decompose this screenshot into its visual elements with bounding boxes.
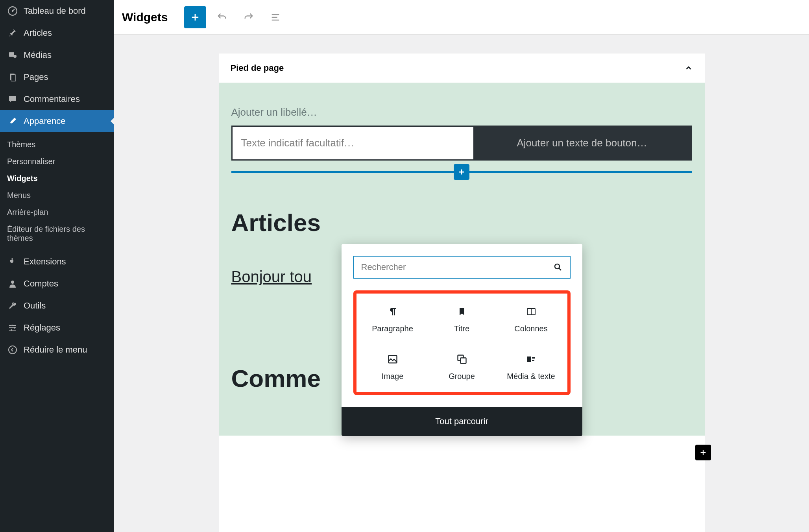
block-label: Colonnes: [514, 324, 548, 333]
sidebar-item-label: Tableau de bord: [24, 6, 86, 16]
search-button-text[interactable]: Ajouter un texte de bouton…: [473, 127, 691, 159]
sidebar-item-label: Médias: [24, 50, 52, 60]
svg-point-3: [13, 55, 17, 58]
inline-inserter-button[interactable]: [454, 164, 469, 180]
columns-icon: [524, 305, 538, 319]
media-icon: [7, 50, 18, 61]
pin-icon: [7, 28, 18, 39]
inserter-search[interactable]: [353, 256, 571, 279]
block-columns[interactable]: Colonnes: [498, 301, 564, 336]
appearance-submenu: Thèmes Personnaliser Widgets Menus Arriè…: [0, 132, 114, 251]
submenu-menus[interactable]: Menus: [0, 187, 114, 204]
block-media-text[interactable]: Média & texte: [498, 349, 564, 384]
plug-icon: [7, 256, 18, 267]
block-group[interactable]: Groupe: [429, 349, 495, 384]
sliders-icon: [7, 322, 18, 333]
svg-rect-2: [9, 52, 14, 57]
submenu-background[interactable]: Arrière-plan: [0, 204, 114, 221]
block-label: Image: [382, 372, 404, 381]
sidebar-collapse[interactable]: Réduire le menu: [0, 339, 114, 361]
sidebar-item-label: Réglages: [24, 323, 60, 333]
sidebar-item-label: Outils: [24, 301, 46, 311]
undo-button[interactable]: [211, 6, 233, 28]
sidebar-item-media[interactable]: Médias: [0, 44, 114, 66]
sidebar-item-label: Réduire le menu: [24, 345, 87, 355]
pages-icon: [7, 72, 18, 83]
panel-header[interactable]: Pied de page: [219, 54, 705, 83]
block-label: Groupe: [449, 372, 475, 381]
redo-button[interactable]: [238, 6, 260, 28]
dashboard-icon: [7, 6, 18, 17]
sidebar-item-label: Articles: [24, 28, 52, 38]
group-icon: [455, 352, 469, 366]
search-icon: [553, 262, 563, 272]
block-insertion-line: [231, 171, 692, 173]
comment-icon: [7, 94, 18, 105]
add-block-button[interactable]: [184, 6, 206, 28]
svg-point-11: [555, 264, 560, 269]
sidebar-item-comments[interactable]: Commentaires: [0, 88, 114, 110]
sidebar-item-plugins[interactable]: Extensions: [0, 251, 114, 273]
sidebar-item-label: Pages: [24, 72, 48, 82]
svg-point-10: [9, 346, 17, 354]
sidebar-item-label: Commentaires: [24, 94, 80, 104]
list-view-button[interactable]: [264, 6, 286, 28]
bookmark-icon: [455, 305, 469, 319]
submenu-themes[interactable]: Thèmes: [0, 136, 114, 153]
floating-add-button[interactable]: [695, 445, 711, 460]
sidebar-item-users[interactable]: Comptes: [0, 273, 114, 295]
brush-icon: [7, 116, 18, 127]
sidebar-item-label: Apparence: [24, 116, 65, 126]
image-icon: [386, 352, 400, 366]
block-paragraph[interactable]: Paragraphe: [360, 301, 426, 336]
page-title: Widgets: [122, 11, 168, 24]
block-label: Titre: [454, 324, 469, 333]
main-area: Widgets Pied de page Ajouter un: [114, 0, 809, 532]
sidebar-item-appearance[interactable]: Apparence: [0, 110, 114, 132]
submenu-customize[interactable]: Personnaliser: [0, 153, 114, 170]
sidebar-item-label: Comptes: [24, 279, 58, 289]
sidebar-item-tools[interactable]: Outils: [0, 295, 114, 317]
svg-rect-15: [460, 358, 466, 364]
heading-block[interactable]: Articles: [231, 209, 692, 236]
editor-toolbar: Widgets: [114, 0, 809, 35]
svg-point-9: [11, 329, 12, 331]
chevron-up-icon: [684, 64, 693, 72]
widget-panel: Pied de page Ajouter un libellé… Ajouter…: [219, 54, 705, 532]
svg-rect-5: [11, 75, 16, 81]
block-label: Paragraphe: [372, 324, 413, 333]
submenu-widgets[interactable]: Widgets: [0, 170, 114, 187]
inserter-grid: Paragraphe Titre Colonnes: [360, 301, 564, 384]
search-block: Ajouter un texte de bouton…: [231, 126, 692, 161]
editor-canvas: Pied de page Ajouter un libellé… Ajouter…: [114, 35, 809, 532]
widget-area: Ajouter un libellé… Ajouter un texte de …: [219, 83, 705, 436]
sidebar-item-posts[interactable]: Articles: [0, 22, 114, 44]
block-heading[interactable]: Titre: [429, 301, 495, 336]
svg-point-7: [11, 325, 13, 326]
svg-point-1: [12, 10, 13, 12]
svg-point-8: [14, 327, 15, 329]
search-input[interactable]: [233, 127, 473, 159]
sidebar-item-dashboard[interactable]: Tableau de bord: [0, 0, 114, 22]
inserter-search-input[interactable]: [361, 262, 553, 272]
block-inserter-popup: Paragraphe Titre Colonnes: [342, 244, 582, 436]
admin-sidebar: Tableau de bord Articles Médias Pages Co…: [0, 0, 114, 532]
sidebar-item-pages[interactable]: Pages: [0, 66, 114, 88]
submenu-theme-editor[interactable]: Éditeur de fichiers des thèmes: [0, 221, 114, 247]
svg-rect-16: [527, 357, 531, 362]
panel-title: Pied de page: [231, 63, 284, 73]
svg-point-6: [11, 281, 14, 284]
user-icon: [7, 278, 18, 289]
media-text-icon: [524, 352, 538, 366]
block-label: Média & texte: [507, 372, 555, 381]
sidebar-item-settings[interactable]: Réglages: [0, 317, 114, 339]
collapse-icon: [7, 344, 18, 355]
wrench-icon: [7, 300, 18, 311]
inserter-highlight: Paragraphe Titre Colonnes: [353, 290, 571, 395]
browse-all-button[interactable]: Tout parcourir: [342, 407, 582, 436]
block-image[interactable]: Image: [360, 349, 426, 384]
paragraph-icon: [386, 305, 400, 319]
sidebar-item-label: Extensions: [24, 257, 66, 267]
search-label-placeholder[interactable]: Ajouter un libellé…: [231, 106, 692, 118]
